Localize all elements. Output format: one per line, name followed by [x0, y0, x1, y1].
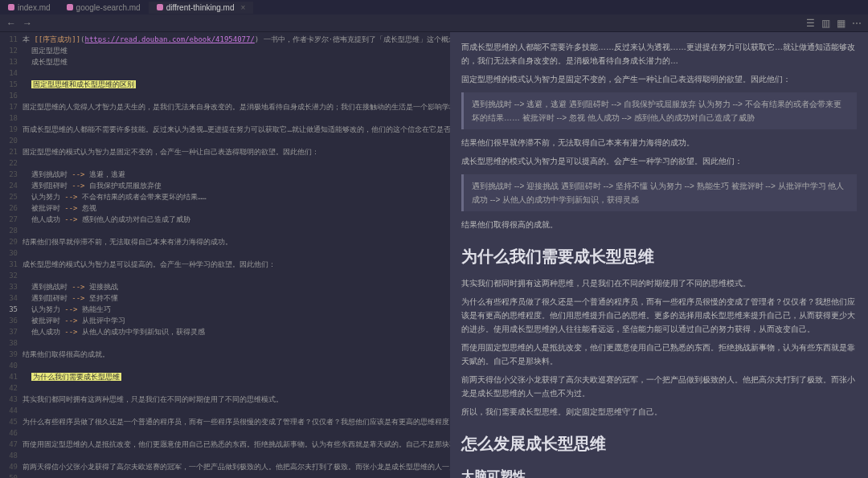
preview-text: 而成长型思维的人都能不需要许多技能……反过来认为透视……更进提在努力可以获取它……	[461, 40, 857, 67]
nav-forward-icon[interactable]: →	[23, 18, 32, 29]
file-icon	[8, 4, 14, 10]
preview-pane[interactable]: 而成长型思维的人都能不需要许多技能……反过来认为透视……更进提在努力可以获取它……	[450, 32, 868, 478]
tab-diffrent-thinking[interactable]: diffrent-thinking.md ×	[149, 2, 254, 14]
preview-text: 固定型思维的模式认为智力是固定不变的，会产生一种让自己表选得聪明的欲望。因此他们…	[461, 72, 857, 86]
preview-icon[interactable]: ▦	[837, 18, 845, 29]
tab-label: google-search.md	[76, 3, 141, 12]
preview-text: 前两天得信小父张小龙获得了高尔夫欧巡赛的冠军，一个把产品做到极致的人。他把高尔夫…	[461, 373, 857, 400]
file-icon	[157, 4, 163, 10]
tab-label: diffrent-thinking.md	[166, 3, 235, 12]
preview-text: 而使用固定型思维的人是抵抗改变，他们更愿意使用自己已熟悉的东西。拒绝挑战新事物，…	[461, 341, 857, 368]
blockquote: 遇到挑战时 --> 迎接挑战 遇到阻碍时 --> 坚持不懂 认为努力 --> 熟…	[461, 174, 857, 211]
preview-text: 所以，我们需要成长型思维。则定固定型思维守了自己。	[461, 405, 857, 419]
blockquote: 遇到挑战时 --> 逃避，逃避 遇到阻碍时 --> 自我保护或屈服放弃 认为努力…	[461, 92, 857, 129]
code-content[interactable]: 本 [[序言成功]](https://read.douban.com/ebook…	[23, 32, 450, 478]
tab-bar: index.md google-search.md diffrent-think…	[0, 0, 868, 14]
preview-text: 结果他们很早就停滞不前，无法取得自己本来有潜力海得的成功。	[461, 136, 857, 149]
toolbar: ← → ☰ ▥ ▦ ⋯	[0, 14, 868, 32]
preview-text: 成长型思维的模式认为智力是可以提高的。会产生一种学习的欲望。因此他们：	[461, 154, 857, 168]
preview-heading: 怎么发展成长型思维	[461, 430, 857, 457]
editor-pane[interactable]: 1112131415161718192021222324252627282930…	[0, 32, 450, 478]
tab-index[interactable]: index.md	[0, 2, 59, 14]
nav-back-icon[interactable]: ←	[6, 18, 16, 29]
close-icon[interactable]: ×	[240, 3, 245, 12]
file-icon	[67, 4, 73, 10]
preview-subheading: 大脑可塑性	[461, 465, 857, 478]
app-root: index.md google-search.md diffrent-think…	[0, 0, 868, 478]
preview-text: 为什么有些程序员做了很久还是一个普通的程序员，而有一些程序员很慢的变成了管理者？…	[461, 295, 857, 336]
view-icon[interactable]: ☰	[806, 18, 815, 29]
preview-text: 其实我们都同时拥有这两种思维，只是我们在不同的时期使用了不同的思维模式。	[461, 276, 857, 290]
more-icon[interactable]: ⋯	[852, 18, 862, 29]
tab-label: index.md	[18, 3, 51, 12]
preview-heading: 为什么我们需要成长型思维	[461, 243, 857, 270]
tab-google-search[interactable]: google-search.md	[59, 2, 149, 14]
line-gutter: 1112131415161718192021222324252627282930…	[0, 32, 23, 478]
preview-text: 结果他们取得很高的成就。	[461, 218, 857, 231]
main-area: 1112131415161718192021222324252627282930…	[0, 32, 868, 478]
split-icon[interactable]: ▥	[821, 18, 830, 29]
